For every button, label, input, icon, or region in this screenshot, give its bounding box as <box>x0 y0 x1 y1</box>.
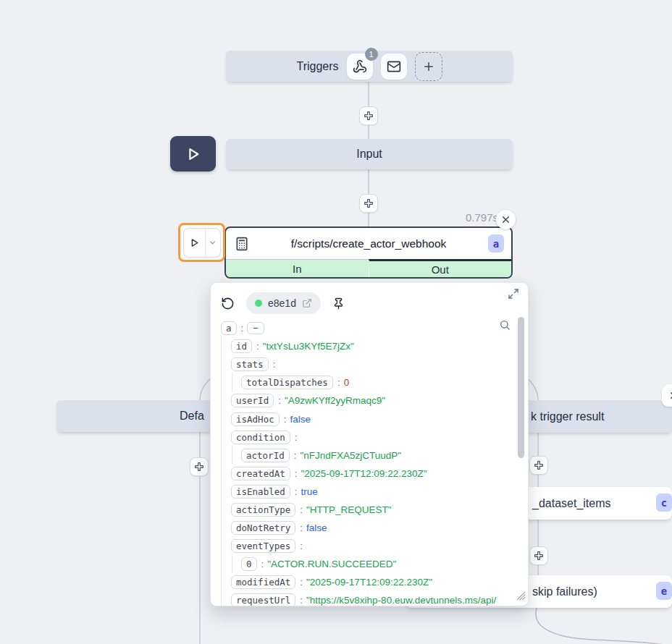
play-icon <box>185 146 201 162</box>
run-duration: 0.797s <box>434 211 498 224</box>
json-row[interactable]: 0 : "ACTOR.RUN.SUCCEEDED" <box>214 555 512 573</box>
test-flow-button[interactable] <box>170 136 216 171</box>
json-key[interactable]: isEnabled <box>231 485 290 499</box>
json-value: true <box>301 486 318 497</box>
result-panel: e8e1d a : − <box>210 282 529 606</box>
json-row[interactable]: condition : <box>214 428 512 446</box>
json-row[interactable]: requestUrl : "https://k5v8xihp-80.euw.de… <box>214 591 512 606</box>
json-value: "A9zwKYff2yyRmaqc9" <box>285 395 385 406</box>
json-key[interactable]: userId <box>231 394 274 407</box>
mail-icon <box>387 59 401 74</box>
email-trigger-button[interactable] <box>381 54 407 80</box>
json-key[interactable]: eventTypes <box>231 539 295 553</box>
cross-plus-icon <box>533 550 545 562</box>
json-key[interactable]: totalDispatches <box>241 376 333 389</box>
json-row[interactable]: createdAt : "2025-09-17T12:09:22.230Z" <box>214 465 512 483</box>
json-row[interactable]: isEnabled : true <box>214 483 512 501</box>
history-icon[interactable] <box>221 297 235 310</box>
json-row[interactable]: doNotRetry : false <box>214 519 512 537</box>
json-value: "ACTOR.RUN.SUCCEEDED" <box>267 559 396 569</box>
chevron-down-icon <box>209 239 217 247</box>
run-options-dropdown[interactable] <box>206 229 220 257</box>
json-row[interactable]: stats : <box>214 355 512 373</box>
input-node[interactable]: Input <box>226 139 513 169</box>
step-id-badge: e <box>656 582 672 600</box>
json-row[interactable]: userId : "A9zwKYff2yyRmaqc9" <box>214 391 512 410</box>
add-trigger-button[interactable] <box>415 52 442 81</box>
json-key[interactable]: condition <box>231 431 290 444</box>
run-version-label: e8e1d <box>268 297 296 309</box>
script-node[interactable]: f/scripts/create_actor_webhook a In Out <box>224 226 513 279</box>
success-dot <box>255 300 262 307</box>
json-value: "HTTP_REQUEST" <box>306 504 392 515</box>
input-label: Input <box>356 148 382 161</box>
cross-plus-icon <box>533 459 545 471</box>
step-id-badge: c <box>656 493 672 512</box>
cross-plus-icon <box>193 461 205 473</box>
run-step-button[interactable] <box>184 229 206 257</box>
expand-panel-button[interactable] <box>508 288 519 302</box>
json-row[interactable]: isAdHoc : false <box>214 410 512 428</box>
play-icon <box>189 237 200 248</box>
script-node-header[interactable]: f/scripts/create_actor_webhook a <box>226 228 511 259</box>
close-icon <box>501 215 511 224</box>
tab-in[interactable]: In <box>226 259 369 277</box>
script-node-title: f/scripts/create_actor_webhook <box>253 237 484 250</box>
json-row[interactable]: totalDispatches : 0 <box>214 373 512 391</box>
json-viewer[interactable]: a : − id : "txtYsLu3KYf5E7jZx" stats : t… <box>214 319 512 606</box>
add-step-button[interactable] <box>529 456 548 475</box>
resize-handle[interactable] <box>516 590 526 603</box>
selected-step-run-controls <box>178 223 225 262</box>
json-row[interactable]: actionType : "HTTP_REQUEST" <box>214 501 512 519</box>
json-value: − <box>247 322 264 334</box>
json-key[interactable]: id <box>231 339 252 353</box>
json-row[interactable]: modifiedAt : "2025-09-17T12:09:22.230Z" <box>214 573 512 591</box>
json-key[interactable]: 0 <box>241 557 257 571</box>
json-key[interactable]: actionType <box>231 503 295 517</box>
add-step-button[interactable] <box>529 546 548 565</box>
json-key[interactable]: requestUrl <box>231 593 295 606</box>
skip-failures-label: skip failures) <box>532 585 597 598</box>
dataset-items-label: _dataset_items <box>532 497 611 510</box>
triggers-bar[interactable]: Triggers 1 <box>226 51 513 82</box>
run-version-pill[interactable]: e8e1d <box>246 292 321 314</box>
pin-icon[interactable] <box>332 297 345 310</box>
json-value: false <box>290 414 311 425</box>
json-key[interactable]: actorId <box>241 449 290 462</box>
json-row[interactable]: a : − <box>214 319 512 337</box>
resize-grip-icon <box>516 591 526 601</box>
external-link-icon[interactable] <box>302 298 312 308</box>
json-row[interactable]: eventTypes : <box>214 537 512 555</box>
webhook-trigger-button[interactable]: 1 <box>347 54 373 80</box>
step-id-badge: a <box>488 234 504 253</box>
json-value: "txtYsLu3KYf5E7jZx" <box>263 341 354 352</box>
json-key[interactable]: modifiedAt <box>231 575 295 589</box>
plus-icon <box>422 60 435 73</box>
run-step-split-button[interactable] <box>183 228 221 258</box>
webhook-count-badge: 1 <box>365 48 378 61</box>
triggers-label: Triggers <box>296 60 338 73</box>
add-step-button[interactable] <box>359 106 378 125</box>
json-row[interactable]: actorId : "nFJndFXA5zjCTuudP" <box>214 446 512 465</box>
expand-icon <box>508 288 519 300</box>
json-key[interactable]: a <box>221 321 237 335</box>
close-result-button[interactable] <box>496 210 516 229</box>
webhook-icon <box>353 59 367 74</box>
json-value: "2025-09-17T12:09:22.230Z" <box>301 468 427 479</box>
json-key[interactable]: createdAt <box>231 467 290 480</box>
node-corner-button[interactable] <box>662 384 672 407</box>
json-value: "nFJndFXA5zjCTuudP" <box>300 450 401 461</box>
add-step-button[interactable] <box>359 194 378 213</box>
add-step-button[interactable] <box>190 457 209 476</box>
json-key[interactable]: stats <box>231 357 269 371</box>
tab-out[interactable]: Out <box>369 259 512 277</box>
json-key[interactable]: doNotRetry <box>231 521 295 535</box>
panel-scrollbar[interactable] <box>518 317 524 458</box>
branch-default-label: Defa <box>180 410 204 423</box>
cross-plus-icon <box>363 198 374 209</box>
json-row[interactable]: id : "txtYsLu3KYf5E7jZx" <box>214 337 512 355</box>
json-value: 0 <box>344 377 350 388</box>
json-key[interactable]: isAdHoc <box>231 412 280 426</box>
branch-trigger-result-label: k trigger result <box>531 410 604 423</box>
cross-plus-icon <box>363 110 374 122</box>
